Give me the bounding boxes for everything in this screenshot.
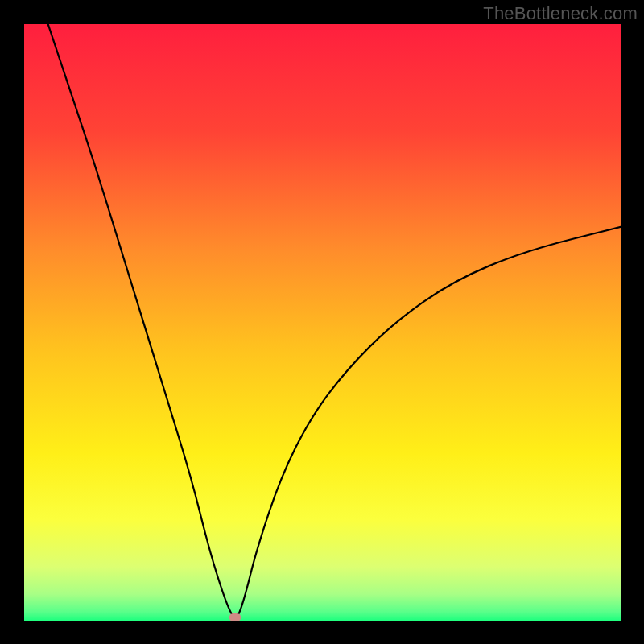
watermark-text: TheBottleneck.com [483, 3, 638, 24]
chart-frame: TheBottleneck.com [0, 0, 644, 644]
plot-area [24, 24, 621, 621]
optimal-point-marker [229, 613, 241, 621]
gradient-background [24, 24, 621, 621]
chart-svg [24, 24, 621, 621]
